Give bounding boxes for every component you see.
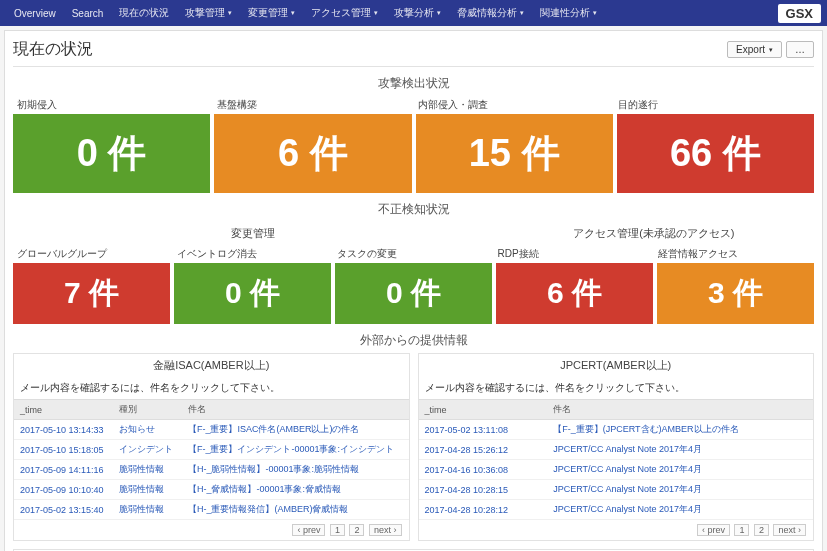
pager-prev[interactable]: ‹ prev	[292, 524, 325, 536]
jpcert-pager: ‹ prev 1 2 next ›	[419, 520, 814, 540]
fraud-card-1[interactable]: 7 件	[13, 263, 170, 324]
fraud-h1: グローバルグループ	[13, 245, 173, 263]
table-row[interactable]: 2017-05-09 10:10:40脆弱性情報【H-_脅威情報】-00001事…	[14, 480, 409, 500]
isac-col-type[interactable]: 種別	[113, 400, 182, 420]
chevron-down-icon: ▾	[437, 9, 441, 17]
fraud-section-title: 不正検知状況	[13, 201, 814, 218]
table-row[interactable]: 2017-04-28 10:28:12JPCERT/CC Analyst Not…	[419, 500, 814, 520]
export-button[interactable]: Export▾	[727, 41, 782, 58]
isac-table: _time 種別 件名 2017-05-10 13:14:33お知らせ【F-_重…	[14, 399, 409, 520]
table-row[interactable]: 2017-05-09 14:11:16脆弱性情報【H-_脆弱性情報】-00001…	[14, 460, 409, 480]
jpcert-col-time[interactable]: _time	[419, 400, 548, 420]
table-row[interactable]: 2017-05-02 13:15:40脆弱性情報【H-_重要情報発信】(AMBE…	[14, 500, 409, 520]
panel-isac: 金融ISAC(AMBER以上) メール内容を確認するには、件名をクリックして下さ…	[13, 353, 410, 541]
attack-h3: 内部侵入・調査	[414, 96, 614, 114]
fraud-h4: RDP接続	[494, 245, 654, 263]
page-title: 現在の状況	[13, 39, 93, 60]
pager-2[interactable]: 2	[349, 524, 364, 536]
table-row[interactable]: 2017-05-02 13:11:08【F-_重要】(JPCERT含む)AMBE…	[419, 420, 814, 440]
chevron-down-icon: ▾	[593, 9, 597, 17]
pager-prev[interactable]: ‹ prev	[697, 524, 730, 536]
panel-isac-title: 金融ISAC(AMBER以上)	[14, 354, 409, 377]
pager-1[interactable]: 1	[734, 524, 749, 536]
attack-headers: 初期侵入 基盤構築 内部侵入・調査 目的遂行	[13, 96, 814, 114]
nav-change[interactable]: 変更管理▾	[240, 6, 303, 20]
attack-section-title: 攻撃検出状況	[13, 75, 814, 92]
pager-next[interactable]: next ›	[369, 524, 402, 536]
fraud-h3: タスクの変更	[333, 245, 493, 263]
nav-overview[interactable]: Overview	[6, 8, 64, 19]
attack-h4: 目的遂行	[614, 96, 814, 114]
table-row[interactable]: 2017-04-16 10:36:08JPCERT/CC Analyst Not…	[419, 460, 814, 480]
isac-col-subj[interactable]: 件名	[182, 400, 409, 420]
nav-relation[interactable]: 関連性分析▾	[532, 6, 605, 20]
panel-jpcert-note: メール内容を確認するには、件名をクリックして下さい。	[419, 377, 814, 399]
fraud-h5: 経営情報アクセス	[654, 245, 814, 263]
nav-access[interactable]: アクセス管理▾	[303, 6, 386, 20]
attack-card-4[interactable]: 66 件	[617, 114, 814, 193]
isac-col-time[interactable]: _time	[14, 400, 113, 420]
fraud-cards: 7 件 0 件 0 件 6 件 3 件	[13, 263, 814, 324]
attack-card-2[interactable]: 6 件	[214, 114, 411, 193]
fraud-group-2: アクセス管理(未承認のアクセス)	[494, 222, 814, 245]
nav-current[interactable]: 現在の状況	[111, 6, 177, 20]
nav-attack[interactable]: 攻撃管理▾	[177, 6, 240, 20]
fraud-headers: グローバルグループ イベントログ消去 タスクの変更 RDP接続 経営情報アクセス	[13, 245, 814, 263]
jpcert-table: _time 件名 2017-05-02 13:11:08【F-_重要】(JPCE…	[419, 399, 814, 520]
chevron-down-icon: ▾	[228, 9, 232, 17]
table-row[interactable]: 2017-05-10 13:14:33お知らせ【F-_重要】ISAC件名(AMB…	[14, 420, 409, 440]
brand-badge: GSX	[778, 4, 821, 23]
attack-card-3[interactable]: 15 件	[416, 114, 613, 193]
jpcert-col-subj[interactable]: 件名	[547, 400, 813, 420]
fraud-group-labels: 変更管理 アクセス管理(未承認のアクセス)	[13, 222, 814, 245]
chevron-down-icon: ▾	[769, 46, 773, 54]
isac-pager: ‹ prev 1 2 next ›	[14, 520, 409, 540]
chevron-down-icon: ▾	[291, 9, 295, 17]
page: 現在の状況 Export▾ … 攻撃検出状況 初期侵入 基盤構築 内部侵入・調査…	[4, 30, 823, 551]
nav-analysis[interactable]: 攻撃分析▾	[386, 6, 449, 20]
table-row[interactable]: 2017-05-10 15:18:05インシデント【F-_重要】インシデント-0…	[14, 440, 409, 460]
pager-next[interactable]: next ›	[773, 524, 806, 536]
fraud-group-1: 変更管理	[13, 222, 494, 245]
nav-threat[interactable]: 脅威情報分析▾	[449, 6, 532, 20]
attack-cards: 0 件 6 件 15 件 66 件	[13, 114, 814, 193]
fraud-card-3[interactable]: 0 件	[335, 263, 492, 324]
panel-isac-note: メール内容を確認するには、件名をクリックして下さい。	[14, 377, 409, 399]
nav-search[interactable]: Search	[64, 8, 112, 19]
attack-h2: 基盤構築	[213, 96, 413, 114]
ext-section-title: 外部からの提供情報	[13, 332, 814, 349]
table-row[interactable]: 2017-04-28 15:26:12JPCERT/CC Analyst Not…	[419, 440, 814, 460]
more-button[interactable]: …	[786, 41, 814, 58]
navbar: Overview Search 現在の状況 攻撃管理▾ 変更管理▾ アクセス管理…	[0, 0, 827, 26]
fraud-card-2[interactable]: 0 件	[174, 263, 331, 324]
fraud-h2: イベントログ消去	[173, 245, 333, 263]
pager-1[interactable]: 1	[330, 524, 345, 536]
table-row[interactable]: 2017-04-28 10:28:15JPCERT/CC Analyst Not…	[419, 480, 814, 500]
page-header: 現在の状況 Export▾ …	[13, 35, 814, 67]
chevron-down-icon: ▾	[374, 9, 378, 17]
fraud-card-4[interactable]: 6 件	[496, 263, 653, 324]
panel-jpcert: JPCERT(AMBER以上) メール内容を確認するには、件名をクリックして下さ…	[418, 353, 815, 541]
chevron-down-icon: ▾	[520, 9, 524, 17]
attack-h1: 初期侵入	[13, 96, 213, 114]
fraud-card-5[interactable]: 3 件	[657, 263, 814, 324]
pager-2[interactable]: 2	[754, 524, 769, 536]
attack-card-1[interactable]: 0 件	[13, 114, 210, 193]
panel-jpcert-title: JPCERT(AMBER以上)	[419, 354, 814, 377]
